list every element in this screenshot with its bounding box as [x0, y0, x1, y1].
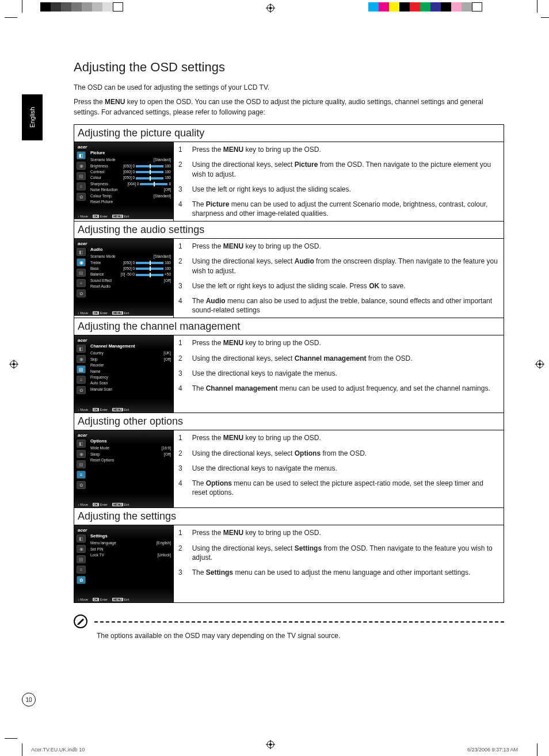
- osd-item[interactable]: Reset Options: [90, 457, 171, 463]
- osd-item-label: Set PIN: [90, 547, 103, 552]
- osd-tab-icon[interactable]: ≡: [77, 279, 86, 287]
- osd-tab-icon[interactable]: ◉: [77, 162, 86, 170]
- osd-sidebar: ◧◉▤≡✿: [77, 345, 87, 396]
- osd-item[interactable]: Frequency: [90, 375, 171, 380]
- osd-tab-icon[interactable]: ✿: [77, 386, 86, 394]
- step-text: Using the directional keys, select Chann…: [187, 351, 504, 366]
- step-row: 3Use the directional keys to navigate th…: [174, 461, 504, 476]
- step-text: Use the directional keys to navigate the…: [187, 366, 504, 381]
- osd-sidebar: ◧◉▤≡✿: [77, 248, 87, 300]
- osd-tab-icon[interactable]: ▤: [77, 172, 86, 180]
- osd-item[interactable]: Auto Scan: [90, 380, 171, 386]
- osd-tab-icon[interactable]: ◧: [77, 345, 86, 353]
- section-heading: Adjusting the channel management: [74, 318, 504, 335]
- step-number: 1: [174, 525, 187, 540]
- osd-item-label: Reset Audio: [90, 284, 110, 289]
- step-row: 2Using the directional keys, select Opti…: [174, 446, 504, 461]
- osd-item[interactable]: Reorder: [90, 362, 171, 368]
- osd-tab-icon[interactable]: ✿: [77, 481, 86, 489]
- osd-tab-icon[interactable]: ◉: [77, 450, 86, 458]
- brand-logo: acer: [78, 144, 87, 150]
- osd-item-value: [Off]: [164, 357, 171, 362]
- step-text: Press the MENU key to bring up the OSD.: [187, 430, 504, 445]
- osd-item-label: Auto Scan: [90, 380, 108, 386]
- osd-item[interactable]: Set PIN: [90, 547, 171, 552]
- osd-item-label: Reset Picture: [90, 199, 113, 205]
- osd-tab-icon[interactable]: ✿: [77, 193, 86, 201]
- osd-tab-icon[interactable]: ▤: [77, 365, 86, 373]
- osd-item[interactable]: Sound Effect[Off]: [90, 278, 171, 284]
- osd-item[interactable]: Country[UK]: [90, 350, 171, 356]
- section-heading: Adjusting the audio settings: [74, 222, 504, 239]
- osd-tab-icon[interactable]: ≡: [77, 471, 86, 479]
- step-text: Using the directional keys, select Optio…: [187, 446, 504, 461]
- note-row: [74, 616, 504, 628]
- step-row: 2Using the directional keys, select Audi…: [174, 254, 504, 278]
- osd-tab-icon[interactable]: ✿: [77, 289, 86, 297]
- step-number: 3: [174, 278, 187, 293]
- section-heading: Adjusting the settings: [74, 508, 504, 525]
- step-number: 2: [174, 254, 187, 278]
- osd-item-label: Scenario Mode: [90, 157, 116, 163]
- osd-item[interactable]: Lock TV[Unlock]: [90, 552, 171, 558]
- osd-item[interactable]: Noise Reduction[Off]: [90, 187, 171, 193]
- osd-tab-icon[interactable]: ▤: [77, 460, 86, 468]
- osd-item-value: [004] 08: [127, 181, 171, 187]
- osd-tab-icon[interactable]: ◧: [77, 248, 86, 256]
- osd-item-label: Balance: [90, 272, 104, 277]
- page-number: 10: [22, 693, 36, 707]
- osd-item[interactable]: Balance[0] -50 0+50: [90, 272, 171, 277]
- osd-item[interactable]: Scenario Mode[Standard]: [90, 254, 171, 259]
- osd-item-label: Scenario Mode: [90, 254, 116, 259]
- osd-item[interactable]: Contrast[060] 0100: [90, 169, 171, 175]
- steps-cell: 1Press the MENU key to bring up the OSD.…: [174, 239, 504, 318]
- osd-item-value: [16:9]: [162, 445, 171, 451]
- step-row: 3Use the left or right keys to adjust th…: [174, 182, 504, 197]
- osd-item[interactable]: Reset Audio: [90, 284, 171, 289]
- osd-item-label: Reorder: [90, 362, 104, 368]
- brand-logo: acer: [78, 338, 87, 343]
- osd-tab-icon[interactable]: ◉: [77, 258, 86, 266]
- svg-point-3: [269, 7, 272, 9]
- osd-menu-title: Channel Management: [90, 343, 135, 349]
- osd-tab-icon[interactable]: ≡: [77, 566, 86, 574]
- osd-item[interactable]: Treble[050] 0100: [90, 260, 171, 266]
- osd-tab-icon[interactable]: ◉: [77, 355, 86, 363]
- step-number: 3: [174, 461, 187, 476]
- osd-tab-icon[interactable]: ◉: [77, 545, 86, 553]
- osd-tab-icon[interactable]: ◧: [77, 151, 86, 159]
- step-row: 4The Options menu can be used to select …: [174, 476, 504, 500]
- osd-item[interactable]: Menu language[English]: [90, 540, 171, 546]
- osd-item[interactable]: Bass[050] 0100: [90, 266, 171, 272]
- osd-item[interactable]: Reset Picture: [90, 199, 171, 205]
- step-text: Use the directional keys to navigate the…: [187, 461, 504, 476]
- osd-tab-icon[interactable]: ▤: [77, 269, 86, 277]
- osd-tab-icon[interactable]: ≡: [77, 182, 86, 190]
- step-text: Press the MENU key to bring up the OSD.: [187, 239, 504, 254]
- osd-tab-icon[interactable]: ≡: [77, 376, 86, 384]
- osd-item[interactable]: Sleep[Off]: [90, 452, 171, 457]
- osd-item[interactable]: Skip[Off]: [90, 357, 171, 362]
- osd-item[interactable]: Wide Mode[16:9]: [90, 445, 171, 451]
- osd-item[interactable]: Scenario Mode[Standard]: [90, 157, 171, 163]
- osd-item-label: Sound Effect: [90, 278, 112, 284]
- registration-mark-icon: [9, 360, 18, 369]
- osd-item[interactable]: Sharpness[004] 08: [90, 181, 171, 187]
- step-number: 1: [174, 239, 187, 254]
- step-number: 4: [174, 197, 187, 221]
- osd-tab-icon[interactable]: ✿: [77, 576, 86, 584]
- brand-logo: acer: [78, 241, 87, 246]
- osd-item[interactable]: Brightness[050] 0100: [90, 163, 171, 169]
- osd-item[interactable]: Colour Temp.[Standard]: [90, 193, 171, 199]
- osd-item[interactable]: Manual Scan: [90, 387, 171, 392]
- osd-tab-icon[interactable]: ▤: [77, 555, 86, 563]
- osd-tab-icon[interactable]: ◧: [77, 534, 86, 543]
- osd-item[interactable]: Name: [90, 369, 171, 375]
- osd-item-label: Noise Reduction: [90, 187, 118, 193]
- osd-item-label: Menu language: [90, 540, 116, 546]
- brand-logo: acer: [78, 528, 87, 533]
- osd-item-value: [Off]: [164, 452, 171, 457]
- steps-cell: 1Press the MENU key to bring up the OSD.…: [174, 525, 504, 603]
- osd-item[interactable]: Colour[050] 0100: [90, 175, 171, 181]
- osd-tab-icon[interactable]: ◧: [77, 440, 86, 448]
